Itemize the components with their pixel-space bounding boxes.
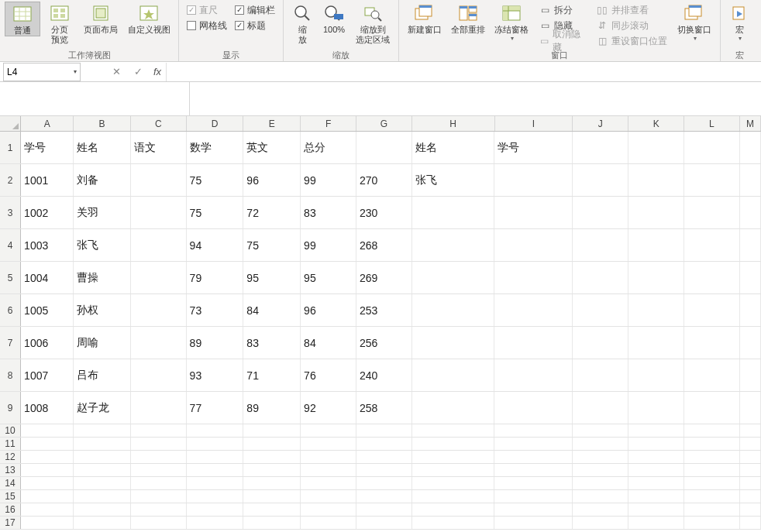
cell[interactable] [412, 464, 495, 476]
cell[interactable] [187, 464, 244, 476]
cell[interactable] [494, 490, 573, 503]
cell[interactable] [74, 503, 131, 516]
cell[interactable] [494, 262, 573, 293]
formula-bar-checkbox[interactable]: ✓ 编辑栏 [235, 3, 275, 17]
cell[interactable]: 1007 [21, 359, 74, 391]
cell[interactable] [684, 503, 740, 516]
cell[interactable] [301, 517, 356, 529]
cell[interactable] [740, 327, 761, 359]
cell[interactable]: 93 [187, 359, 244, 391]
row-header[interactable]: 17 [0, 517, 21, 529]
cell[interactable] [412, 490, 495, 503]
cell[interactable] [243, 517, 301, 529]
cell[interactable] [740, 229, 761, 261]
cell[interactable]: 英文 [243, 132, 301, 163]
cell[interactable]: 姓名 [74, 132, 131, 163]
cell[interactable] [131, 438, 187, 450]
cell[interactable]: 张飞 [412, 164, 495, 196]
cell[interactable] [243, 503, 301, 516]
cell[interactable] [187, 438, 244, 450]
cell[interactable] [740, 517, 761, 529]
cell[interactable] [412, 424, 495, 437]
row-header[interactable]: 6 [0, 294, 21, 326]
cell[interactable]: 258 [356, 392, 412, 424]
cell[interactable]: 关羽 [74, 197, 131, 228]
cell[interactable]: 99 [301, 164, 356, 196]
row-header[interactable]: 13 [0, 464, 21, 476]
row-header[interactable]: 8 [0, 359, 21, 391]
cell[interactable] [573, 490, 628, 503]
cell[interactable]: 83 [243, 327, 301, 359]
cell[interactable]: 99 [301, 229, 356, 261]
cell[interactable] [740, 132, 761, 163]
cell[interactable] [187, 451, 244, 463]
cell[interactable] [412, 359, 495, 391]
cell[interactable] [356, 477, 412, 489]
cell[interactable]: 1006 [21, 327, 74, 359]
cell[interactable]: 95 [301, 262, 356, 293]
formula-input[interactable] [166, 63, 761, 81]
cell[interactable] [494, 477, 573, 489]
cell[interactable]: 赵子龙 [74, 392, 131, 424]
cell[interactable]: 学号 [494, 132, 573, 163]
cell[interactable]: 270 [356, 164, 412, 196]
col-header[interactable]: C [131, 116, 187, 131]
cell[interactable] [131, 477, 187, 489]
row-header[interactable]: 15 [0, 490, 21, 503]
cell[interactable]: 姓名 [412, 132, 495, 163]
row-header[interactable]: 11 [0, 438, 21, 450]
cell[interactable]: 95 [243, 262, 301, 293]
cell[interactable] [74, 424, 131, 437]
cell[interactable] [21, 477, 74, 489]
cell[interactable]: 1003 [21, 229, 74, 261]
cell[interactable]: 75 [187, 197, 244, 228]
cell[interactable] [628, 517, 684, 529]
cell[interactable] [131, 164, 187, 196]
cell[interactable] [494, 359, 573, 391]
page-break-button[interactable]: 分页 预览 [42, 2, 77, 45]
confirm-formula-button[interactable]: ✓ [127, 66, 149, 77]
cell[interactable] [412, 503, 495, 516]
col-header[interactable]: M [740, 116, 761, 131]
page-layout-button[interactable]: 页面布局 [79, 2, 122, 35]
cell[interactable] [573, 392, 628, 424]
cell[interactable]: 84 [301, 327, 356, 359]
cell[interactable]: 84 [243, 294, 301, 326]
cell[interactable] [131, 327, 187, 359]
cell[interactable] [740, 477, 761, 489]
col-header[interactable]: H [412, 116, 495, 131]
row-header[interactable]: 1 [0, 132, 21, 163]
cell[interactable] [412, 327, 495, 359]
cell[interactable] [684, 464, 740, 476]
cell[interactable]: 92 [301, 392, 356, 424]
macro-button[interactable]: 宏 ▾ [725, 2, 753, 42]
cell[interactable] [684, 477, 740, 489]
row-header[interactable]: 4 [0, 229, 21, 261]
cell[interactable] [573, 464, 628, 476]
cell[interactable] [243, 438, 301, 450]
cell[interactable]: 269 [356, 262, 412, 293]
cell[interactable]: 83 [301, 197, 356, 228]
cell[interactable] [412, 517, 495, 529]
row-header[interactable]: 16 [0, 503, 21, 516]
col-header[interactable]: G [356, 116, 412, 131]
cell[interactable] [573, 503, 628, 516]
cell[interactable] [74, 451, 131, 463]
cell[interactable] [740, 438, 761, 450]
cell[interactable]: 230 [356, 197, 412, 228]
new-window-button[interactable]: 新建窗口 [404, 2, 446, 35]
cell[interactable]: 77 [187, 392, 244, 424]
cell[interactable] [356, 517, 412, 529]
cell[interactable]: 1004 [21, 262, 74, 293]
cell[interactable] [301, 503, 356, 516]
cell[interactable] [21, 424, 74, 437]
cell[interactable] [573, 229, 628, 261]
cell[interactable] [628, 327, 684, 359]
cell[interactable] [131, 229, 187, 261]
col-header[interactable]: B [74, 116, 131, 131]
cell[interactable] [131, 451, 187, 463]
cell[interactable] [131, 294, 187, 326]
cell[interactable]: 学号 [21, 132, 74, 163]
cell[interactable] [628, 197, 684, 228]
row-header[interactable]: 5 [0, 262, 21, 293]
